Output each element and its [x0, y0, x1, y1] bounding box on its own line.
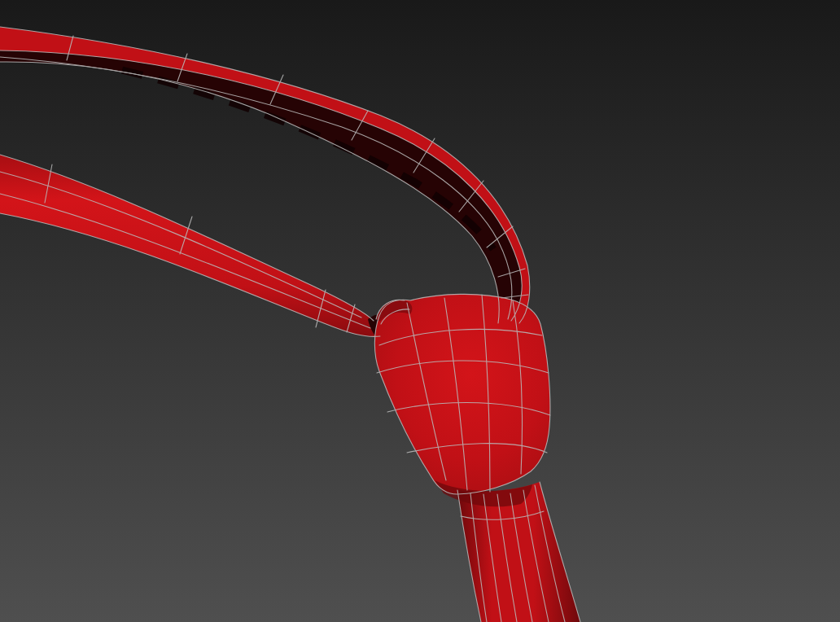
3d-viewport[interactable] — [0, 0, 840, 622]
viewport-canvas[interactable] — [0, 0, 840, 622]
